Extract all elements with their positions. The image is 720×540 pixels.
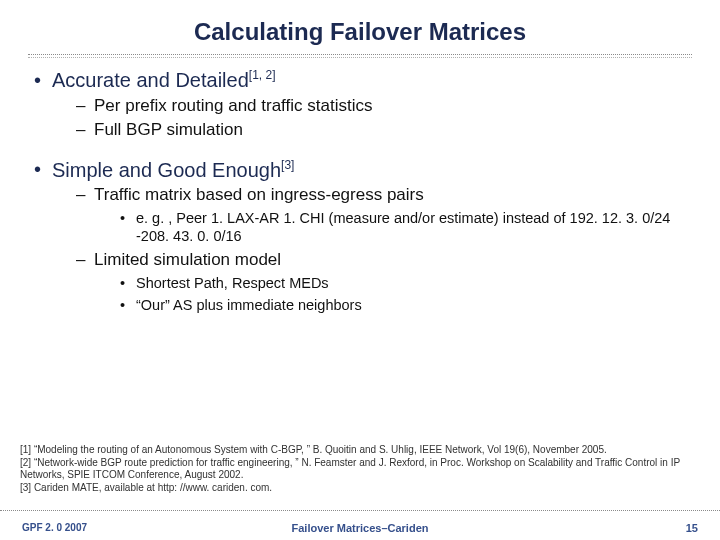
bullet-level2: – Full BGP simulation <box>76 120 692 140</box>
bullet-level3: • e. g. , Peer 1. LAX-AR 1. CHI (measure… <box>120 209 692 245</box>
footer-page-number: 15 <box>686 522 698 534</box>
divider-top-1 <box>28 54 692 55</box>
bullet-text: Simple and Good Enough[3] <box>52 158 294 182</box>
bullet-dot-icon: • <box>120 275 136 291</box>
bullet-text: Full BGP simulation <box>94 120 243 140</box>
footer-left: GPF 2. 0 2007 <box>22 522 87 533</box>
bullet-text: Shortest Path, Respect MEDs <box>136 274 329 292</box>
dash-icon: – <box>76 250 94 270</box>
slide-footer: GPF 2. 0 2007 Failover Matrices–Cariden … <box>0 510 720 540</box>
dash-icon: – <box>76 185 94 205</box>
bullet-main-text: Simple and Good Enough <box>52 158 281 180</box>
reference-item: [2] “Network-wide BGP route prediction f… <box>20 457 700 482</box>
bullet-level2: – Limited simulation model <box>76 250 692 270</box>
bullet-level3: • “Our” AS plus immediate neighbors <box>120 296 692 314</box>
bullet-dot-icon: • <box>120 297 136 313</box>
bullet-level1: • Simple and Good Enough[3] <box>34 158 692 182</box>
slide-title: Calculating Failover Matrices <box>28 18 692 46</box>
reference-item: [1] “Modeling the routing of an Autonomo… <box>20 444 700 457</box>
references-block: [1] “Modeling the routing of an Autonomo… <box>20 444 700 494</box>
bullet-text: Accurate and Detailed[1, 2] <box>52 68 275 92</box>
bullet-level2: – Traffic matrix based on ingress-egress… <box>76 185 692 205</box>
bullet-superscript: [1, 2] <box>249 68 276 82</box>
bullet-superscript: [3] <box>281 158 294 172</box>
bullet-level3: • Shortest Path, Respect MEDs <box>120 274 692 292</box>
reference-item: [3] Cariden MATE, available at http: //w… <box>20 482 700 495</box>
slide: Calculating Failover Matrices • Accurate… <box>0 0 720 540</box>
bullet-dot-icon: • <box>34 158 52 181</box>
dash-icon: – <box>76 96 94 116</box>
bullet-text: Limited simulation model <box>94 250 281 270</box>
bullet-text: Traffic matrix based on ingress-egress p… <box>94 185 424 205</box>
bullet-level2: – Per prefix routing and traffic statist… <box>76 96 692 116</box>
bullet-text: “Our” AS plus immediate neighbors <box>136 296 362 314</box>
bullet-text: Per prefix routing and traffic statistic… <box>94 96 372 116</box>
divider-top-2 <box>28 57 692 58</box>
bullet-main-text: Accurate and Detailed <box>52 69 249 91</box>
bullet-text: e. g. , Peer 1. LAX-AR 1. CHI (measure a… <box>136 209 692 245</box>
slide-content: • Accurate and Detailed[1, 2] – Per pref… <box>28 68 692 314</box>
dash-icon: – <box>76 120 94 140</box>
bullet-level1: • Accurate and Detailed[1, 2] <box>34 68 692 92</box>
footer-center: Failover Matrices–Cariden <box>292 522 429 534</box>
bullet-dot-icon: • <box>120 210 136 226</box>
bullet-dot-icon: • <box>34 69 52 92</box>
